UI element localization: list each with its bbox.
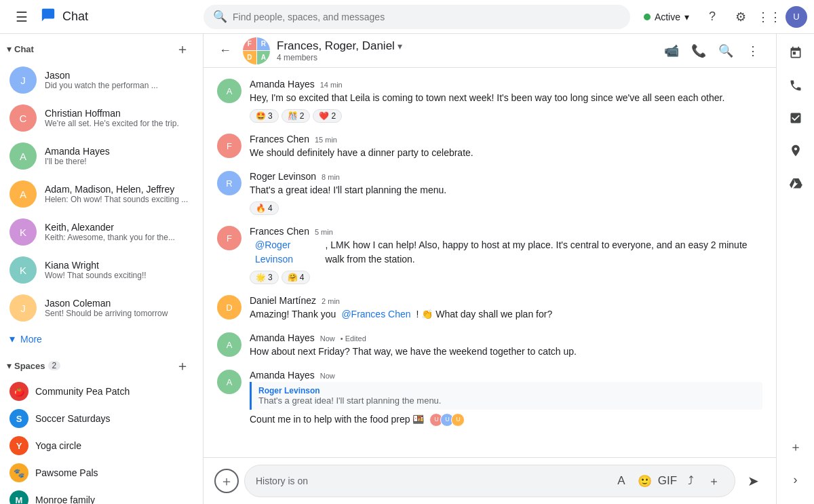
spaces-section-label: Spaces bbox=[14, 361, 45, 371]
help-button[interactable]: ? bbox=[700, 5, 724, 29]
main-chat-panel: ← F R D A Frances, Roger, Daniel ▾ 4 mem… bbox=[204, 34, 776, 504]
hamburger-menu-button[interactable]: ☰ bbox=[9, 5, 34, 29]
apps-button[interactable]: ⋮⋮ bbox=[757, 5, 781, 29]
msg-text-content: We should definitely have a dinner party… bbox=[250, 146, 473, 160]
chat-members-count: 4 members bbox=[277, 53, 402, 62]
status-button[interactable]: Active ▾ bbox=[637, 9, 696, 25]
message-content: Amanda Hayes Now • Edited How about next… bbox=[250, 332, 762, 359]
space-list-item[interactable]: M Monroe family bbox=[0, 486, 203, 504]
more-button[interactable]: ▾ More bbox=[0, 327, 203, 351]
reaction-pill[interactable]: 🤗4 bbox=[282, 271, 311, 284]
status-label: Active bbox=[655, 12, 680, 22]
app-wrapper: ▾ Chat ＋ J Jason Did you watch the perfo… bbox=[0, 34, 814, 504]
chat-list-item[interactable]: J Jason Did you watch the performan ... bbox=[0, 61, 203, 99]
message-sender: Frances Chen bbox=[250, 134, 309, 144]
chat-item-name: Jason bbox=[45, 70, 193, 81]
message-header: Frances Chen 15 min bbox=[250, 134, 762, 144]
message-text: That's a great idea! I'll start planning… bbox=[250, 183, 762, 197]
phone-icon[interactable] bbox=[782, 72, 809, 99]
reaction-count: 4 bbox=[268, 203, 273, 213]
chat-item-preview: Did you watch the performan ... bbox=[45, 81, 193, 90]
space-list-item[interactable]: S Soccer Saturdays bbox=[0, 405, 203, 432]
chat-item-info: Christian Hoffman We're all set. He's ex… bbox=[45, 108, 193, 128]
maps-icon[interactable] bbox=[782, 137, 809, 164]
reaction-pill[interactable]: 🌟3 bbox=[250, 271, 279, 284]
more-label: More bbox=[20, 334, 42, 345]
chat-item-avatar: K bbox=[9, 218, 37, 246]
more-options-button[interactable]: ⋮ bbox=[741, 39, 765, 63]
chat-item-name: Keith, Alexander bbox=[45, 222, 193, 233]
message-input-box[interactable]: History is on A 🙂 GIF ⤴ ＋ bbox=[244, 465, 735, 497]
message-group: F Frances Chen 5 min @Roger Levinson, LM… bbox=[217, 226, 762, 284]
chat-list-item[interactable]: K Keith, Alexander Keith: Awesome, thank… bbox=[0, 213, 203, 251]
chat-item-name: Amanda Hayes bbox=[45, 146, 193, 157]
reaction-pill[interactable]: ❤️2 bbox=[313, 109, 342, 123]
phone-call-button[interactable]: 📞 bbox=[686, 39, 711, 63]
message-sender: Roger Levinson bbox=[250, 171, 316, 182]
space-item-icon: S bbox=[9, 409, 28, 428]
chat-item-info: Adam, Madison, Helen, Jeffrey Helen: Oh … bbox=[45, 184, 193, 204]
add-attachment-button[interactable]: ＋ bbox=[214, 469, 239, 493]
space-list-item[interactable]: 🐾 Pawsome Pals bbox=[0, 459, 203, 486]
format-text-button[interactable]: A bbox=[611, 471, 632, 491]
more-input-button[interactable]: ＋ bbox=[703, 471, 724, 491]
spaces-section-chevron-icon: ▾ bbox=[7, 360, 12, 371]
user-avatar[interactable]: U bbox=[786, 6, 807, 28]
chat-item-preview: We're all set. He's excited for the trip… bbox=[45, 119, 193, 128]
message-content: Daniel Martínez 2 min Amazing! Thank you… bbox=[250, 295, 762, 322]
search-bar[interactable]: 🔍 bbox=[204, 5, 630, 29]
message-avatar: D bbox=[217, 295, 241, 319]
space-list-item[interactable]: Y Yoga circle bbox=[0, 432, 203, 459]
reaction-emoji: 🤩 bbox=[256, 111, 266, 121]
spaces-section-header[interactable]: ▾ Spaces 2 ＋ bbox=[0, 351, 203, 378]
space-item-name: Yoga circle bbox=[35, 440, 81, 451]
mention[interactable]: @Roger Levinson bbox=[255, 238, 319, 267]
share-button[interactable]: ⤴ bbox=[680, 471, 701, 491]
add-widget-icon[interactable]: ＋ bbox=[782, 433, 809, 461]
msg-edited-label: • Edited bbox=[341, 334, 366, 343]
new-chat-button[interactable]: ＋ bbox=[172, 38, 193, 60]
chat-item-info: Jason Did you watch the performan ... bbox=[45, 70, 193, 90]
search-input[interactable] bbox=[233, 12, 621, 22]
message-header: Amanda Hayes 14 min bbox=[250, 79, 762, 90]
chat-list-item[interactable]: A Amanda Hayes I'll be there! bbox=[0, 137, 203, 175]
message-content: Roger Levinson 8 min That's a great idea… bbox=[250, 171, 762, 215]
chat-item-preview: Keith: Awesome, thank you for the... bbox=[45, 233, 193, 242]
drive-icon[interactable] bbox=[782, 170, 809, 197]
mention[interactable]: @Frances Chen bbox=[341, 307, 410, 322]
settings-button[interactable]: ⚙ bbox=[729, 5, 753, 29]
chat-title: Frances, Roger, Daniel bbox=[277, 39, 395, 53]
msg-text-content: Count me in to help with the food prep 🍱 bbox=[250, 412, 424, 427]
space-item-name: Soccer Saturdays bbox=[35, 413, 111, 424]
tasks-icon[interactable] bbox=[782, 104, 809, 132]
message-time: 8 min bbox=[322, 173, 340, 181]
msg-text-after: ! 👏 What day shall we plan for? bbox=[416, 307, 553, 322]
chat-item-preview: Wow! That sounds exciting!! bbox=[45, 271, 193, 280]
chat-list-item[interactable]: J Jason Coleman Sent! Should be arriving… bbox=[0, 289, 203, 327]
chat-item-info: Jason Coleman Sent! Should be arriving t… bbox=[45, 298, 193, 318]
send-button[interactable]: ➤ bbox=[741, 469, 765, 493]
reaction-pill[interactable]: 🔥4 bbox=[250, 201, 279, 215]
back-button[interactable]: ← bbox=[214, 40, 236, 62]
reaction-pill[interactable]: 🎊2 bbox=[282, 109, 311, 123]
expand-icon[interactable]: › bbox=[782, 466, 809, 493]
message-header: Daniel Martínez 2 min bbox=[250, 295, 762, 306]
new-space-button[interactable]: ＋ bbox=[172, 355, 193, 376]
space-list-item[interactable]: 🍅 Community Pea Patch bbox=[0, 378, 203, 405]
search-in-chat-button[interactable]: 🔍 bbox=[714, 39, 738, 63]
message-group: D Daniel Martínez 2 min Amazing! Thank y… bbox=[217, 295, 762, 322]
chat-section-header[interactable]: ▾ Chat ＋ bbox=[0, 34, 203, 61]
video-call-button[interactable]: 📹 bbox=[659, 39, 684, 63]
reaction-pill[interactable]: 🤩3 bbox=[250, 109, 279, 123]
chat-list-item[interactable]: K Kiana Wright Wow! That sounds exciting… bbox=[0, 251, 203, 289]
chat-list-item[interactable]: A Adam, Madison, Helen, Jeffrey Helen: O… bbox=[0, 175, 203, 213]
reaction-count: 4 bbox=[300, 273, 305, 282]
chat-title-chevron-icon[interactable]: ▾ bbox=[398, 41, 402, 52]
message-header: Amanda Hayes Now • Edited bbox=[250, 332, 762, 343]
emoji-button[interactable]: 🙂 bbox=[634, 471, 655, 491]
reaction-count: 2 bbox=[331, 111, 336, 121]
chat-list-item[interactable]: C Christian Hoffman We're all set. He's … bbox=[0, 99, 203, 137]
gif-button[interactable]: GIF bbox=[657, 471, 678, 491]
avatar-frances: F bbox=[243, 37, 256, 51]
calendar-icon[interactable] bbox=[782, 39, 809, 66]
